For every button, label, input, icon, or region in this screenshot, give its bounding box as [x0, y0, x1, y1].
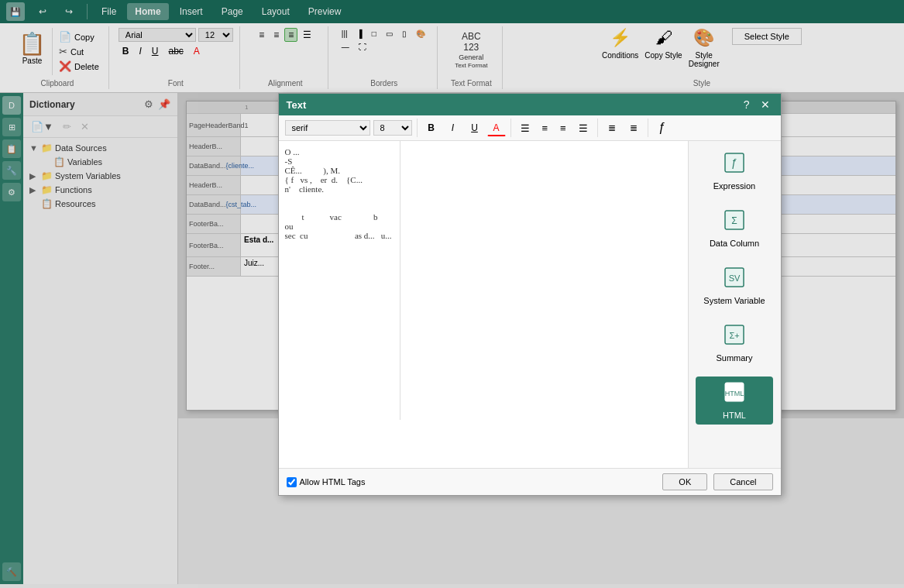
modal-editor[interactable]: O ... -S CÊ... ), M. { f vs , er d. {C..…	[279, 141, 400, 420]
modal-toolbar: serif 8 B I U A ☰ ≡ ≡ ☰ ≣ ≣ ƒ	[279, 115, 781, 141]
editor-container: O ... -S CÊ... ), M. { f vs , er d. {C..…	[279, 141, 688, 468]
data-column-btn[interactable]: Σ Data Column	[696, 205, 773, 253]
summary-label: Summary	[716, 353, 752, 363]
modal-align-left-btn[interactable]: ☰	[516, 120, 534, 136]
ok-button[interactable]: OK	[662, 473, 707, 490]
modal-list-num-btn[interactable]: ≣	[624, 120, 643, 136]
modal-size-select[interactable]: 8	[373, 120, 412, 136]
allow-html-checkbox[interactable]: Allow HTML Tags	[287, 477, 366, 487]
modal-underline-btn[interactable]: U	[466, 120, 484, 136]
text-editor-modal: Text ? ✕ serif 8 B I U A ☰ ≡ ≡ ☰ ≣	[278, 93, 782, 496]
svg-text:HTML: HTML	[725, 390, 744, 397]
modal-help-btn[interactable]: ?	[741, 98, 753, 111]
modal-font-select[interactable]: serif	[285, 120, 370, 136]
system-variable-btn[interactable]: SV System Variable	[696, 262, 773, 310]
svg-text:Σ+: Σ+	[729, 331, 739, 340]
modal-body: O ... -S CÊ... ), M. { f vs , er d. {C..…	[279, 141, 781, 468]
svg-text:SV: SV	[729, 273, 741, 283]
modal-align-right-btn[interactable]: ≡	[555, 120, 571, 136]
modal-footer-btns: OK Cancel	[662, 473, 772, 490]
modal-list-btn[interactable]: ≣	[603, 120, 621, 136]
modal-right-panel: ƒ Expression Σ Data Column SV System Var…	[688, 141, 781, 468]
svg-text:Σ: Σ	[731, 215, 737, 226]
modal-controls: ? ✕	[741, 98, 773, 111]
modal-font-color-btn[interactable]: A	[487, 120, 506, 136]
allow-html-label: Allow HTML Tags	[300, 477, 366, 487]
html-btn[interactable]: HTML HTML	[696, 377, 773, 425]
data-column-label: Data Column	[710, 239, 759, 248]
modal-italic-btn[interactable]: I	[444, 120, 462, 136]
modal-expr-btn[interactable]: ƒ	[653, 119, 672, 137]
toolbar-sep-1	[417, 119, 418, 137]
summary-btn[interactable]: Σ+ Summary	[696, 319, 773, 367]
cancel-button[interactable]: Cancel	[713, 473, 772, 490]
modal-align-justify-btn[interactable]: ☰	[574, 120, 593, 136]
toolbar-sep-3	[597, 119, 598, 137]
modal-title: Text	[287, 99, 307, 111]
expression-btn[interactable]: ƒ Expression	[696, 147, 773, 195]
toolbar-sep-2	[510, 119, 511, 137]
html-label: HTML	[723, 411, 746, 420]
modal-align-center-btn[interactable]: ≡	[538, 120, 553, 136]
modal-bold-btn[interactable]: B	[422, 120, 441, 136]
modal-footer: Allow HTML Tags OK Cancel	[279, 468, 781, 495]
allow-html-input[interactable]	[287, 477, 297, 487]
system-variable-label: System Variable	[703, 296, 765, 305]
modal-close-btn[interactable]: ✕	[758, 98, 773, 111]
toolbar-sep-4	[648, 119, 648, 137]
expression-label: Expression	[713, 181, 755, 191]
modal-overlay[interactable]: Text ? ✕ serif 8 B I U A ☰ ≡ ≡ ☰ ≣	[0, 0, 904, 584]
modal-titlebar: Text ? ✕	[279, 94, 781, 115]
svg-text:ƒ: ƒ	[731, 156, 737, 169]
